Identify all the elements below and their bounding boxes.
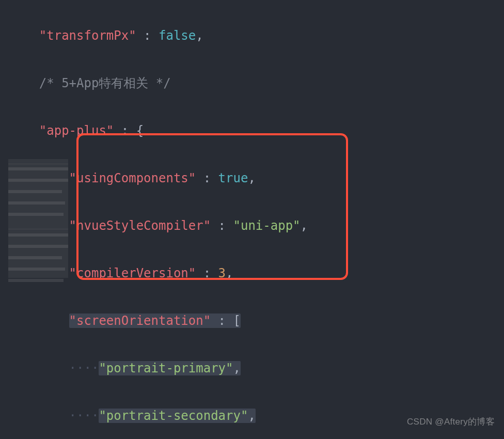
code-line[interactable]: "transformPx" : false, — [9, 24, 504, 48]
code-block[interactable]: "transformPx" : false, /* 5+App特有相关 */ "… — [0, 0, 504, 439]
code-editor[interactable]: "transformPx" : false, /* 5+App特有相关 */ "… — [0, 0, 504, 439]
code-line[interactable]: "screenOrientation" : [ — [9, 309, 504, 333]
code-line[interactable]: "compilerVersion" : 3, — [9, 261, 504, 285]
code-line[interactable]: "usingComponents" : true, — [9, 166, 504, 190]
code-line[interactable]: "app-plus" : { — [9, 119, 504, 143]
code-line[interactable]: /* 5+App特有相关 */ — [9, 71, 504, 95]
watermark-text: CSDN @Aftery的博客 — [407, 410, 495, 434]
code-line[interactable]: ····"portrait-primary", — [9, 356, 504, 380]
code-line[interactable]: "nvueStyleCompiler" : "uni-app", — [9, 214, 504, 238]
